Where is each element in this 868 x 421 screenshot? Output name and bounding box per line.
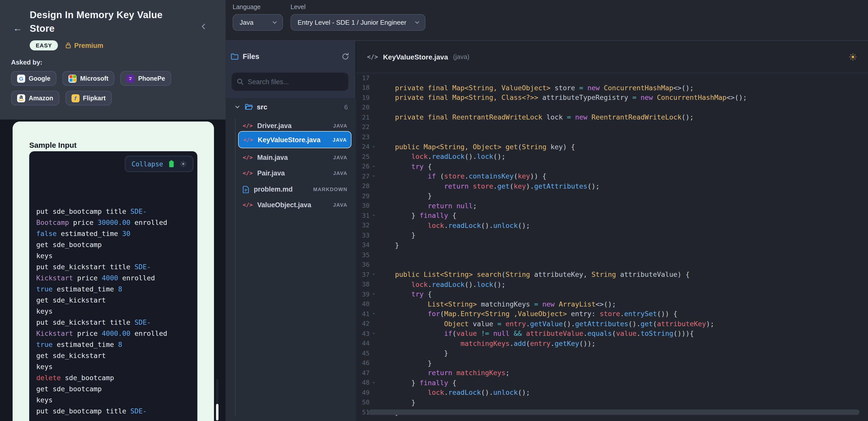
company-chips: GGoogleMicrosoftPhonePe aAmazonfFlipkart (11, 71, 171, 105)
folder-file-count: 6 (344, 103, 348, 111)
fold-chevron-icon[interactable]: › (370, 311, 379, 316)
code-text: Object value = entry.getValue().getAttri… (379, 320, 714, 328)
sample-code-line: put sde_kickstart title SDE- (36, 317, 192, 328)
code-text: lock.readLock().unlock(); (379, 221, 530, 229)
company-chip-label: Google (29, 75, 50, 82)
collapse-panel-icon[interactable] (200, 23, 207, 30)
sample-code-line: true estimated_time 8 (36, 283, 192, 294)
line-number: 51 (356, 409, 370, 416)
code-text: } finally { (379, 212, 456, 220)
code-text: } (379, 192, 432, 200)
line-number: 29 (356, 192, 370, 200)
language-select[interactable]: Java (232, 14, 283, 31)
file-row-problem-md[interactable]: problem.mdMARKDOWN (238, 181, 351, 197)
horizontal-scrollbar[interactable] (369, 410, 860, 415)
company-chip-flipkart[interactable]: fFlipkart (65, 91, 112, 105)
editor-language-hint: (java) (453, 53, 469, 60)
left-scrollbar-track[interactable] (216, 379, 218, 406)
sample-input-heading: Sample Input (29, 141, 76, 149)
file-row-driver-java[interactable]: </>Driver.javaJAVA (238, 118, 351, 133)
code-line-46: 46 } (356, 358, 868, 368)
fold-chevron-icon[interactable]: › (370, 380, 379, 385)
left-scrollbar-thumb[interactable] (216, 404, 218, 421)
folder-name: src (257, 103, 267, 111)
code-text: } (379, 231, 415, 239)
fold-chevron-icon[interactable]: › (370, 331, 379, 336)
code-line-21: 21 private final ReentrantReadWriteLock … (356, 112, 868, 122)
fold-chevron-icon[interactable]: › (370, 213, 379, 218)
code-line-43: 43› if(value != null && attributeValue.e… (356, 329, 868, 338)
code-text: return matchingKeys; (379, 369, 509, 377)
level-select[interactable]: Entry Level - SDE 1 / Junior Engineer (290, 14, 426, 31)
amazon-logo-icon: a (17, 94, 25, 102)
asked-by-label: Asked by: (11, 58, 42, 66)
sun-icon-dim[interactable] (180, 160, 187, 167)
file-row-pair-java[interactable]: </>Pair.javaJAVA (238, 165, 351, 180)
fold-chevron-icon[interactable]: › (370, 144, 379, 149)
code-line-41: 41› for(Map.Entry<String ,ValueObject> e… (356, 309, 868, 319)
code-line-50: 50 } (356, 397, 868, 407)
code-text: public Map<String, Object> get(String ke… (379, 143, 575, 151)
line-number: 24 (356, 143, 370, 150)
code-line-40: 40 List<String> matchingKeys = new Array… (356, 299, 868, 309)
fold-chevron-icon[interactable]: › (370, 164, 379, 169)
flipkart-logo-icon: f (71, 94, 79, 102)
folder-row-src[interactable]: src 6 (225, 98, 356, 116)
fold-chevron-icon[interactable]: › (370, 174, 379, 179)
refresh-icon[interactable] (341, 52, 349, 60)
file-type-badge: JAVA (333, 123, 347, 128)
line-number: 43 (356, 330, 370, 337)
code-line-37: 37› public List<String> search(String at… (356, 270, 868, 279)
sample-code-line: put sde_kickstart title SDE- (36, 261, 192, 272)
company-chip-microsoft[interactable]: Microsoft (62, 71, 115, 86)
file-name: Main.java (257, 153, 288, 161)
fold-chevron-icon[interactable]: › (370, 292, 379, 297)
code-line-34: 34 } (356, 240, 868, 250)
file-row-valueobject-java[interactable]: </>ValueObject.javaJAVA (238, 197, 351, 212)
line-number: 33 (356, 231, 370, 239)
code-line-44: 44 matchingKeys.add(entry.getKey()); (356, 338, 868, 348)
company-chip-phonepe[interactable]: PhonePe (121, 71, 171, 86)
file-row-keyvaluestore-java[interactable]: </>KeyValueStore.javaJAVA (238, 131, 351, 148)
collapse-button[interactable]: Collapse (132, 160, 163, 168)
company-chip-google[interactable]: GGoogle (11, 71, 56, 86)
code-line-33: 33 } (356, 230, 868, 240)
line-number: 27 (356, 172, 370, 180)
indent-guide (235, 118, 236, 416)
code-line-22: 22 (356, 122, 868, 132)
premium-badge: Premium (65, 41, 103, 49)
code-text: return null; (379, 202, 477, 210)
file-tree: </>Driver.javaJAVA</>KeyValueStore.javaJ… (225, 116, 356, 421)
code-text: } (379, 241, 399, 249)
line-number: 30 (356, 202, 370, 209)
sample-code-line: get sde_bootcamp (36, 383, 192, 394)
code-file-icon: </> (243, 122, 253, 129)
code-area[interactable]: 16 */1718 private final Map<String, Valu… (356, 41, 868, 421)
company-chip-label: Amazon (29, 94, 53, 102)
code-line-39: 39› try { (356, 289, 868, 299)
search-input[interactable] (248, 78, 333, 85)
chevron-down-icon (235, 104, 240, 110)
code-text: public List<String> search(String attrib… (379, 271, 690, 279)
line-number: 48 (356, 379, 370, 387)
code-text: if(value != null && attributeValue.equal… (379, 330, 694, 338)
code-line-48: 48› } finally { (356, 377, 868, 388)
back-arrow-icon[interactable]: ← (13, 23, 22, 34)
file-name: Pair.java (257, 169, 285, 177)
line-number: 44 (356, 340, 370, 347)
collapse-toolbar[interactable]: Collapse (125, 156, 193, 172)
code-text: private final Map<String, ValueObject> s… (379, 84, 694, 92)
microsoft-logo-icon (68, 74, 76, 82)
file-search[interactable] (231, 73, 348, 91)
files-panel-title: Files (243, 52, 259, 60)
clipboard-icon[interactable] (168, 160, 175, 168)
file-row-main-java[interactable]: </>Main.javaJAVA (238, 150, 351, 165)
code-line-26: 26› try { (356, 161, 868, 171)
theme-toggle-sun-icon[interactable] (849, 53, 857, 61)
company-chip-amazon[interactable]: aAmazon (11, 91, 59, 105)
search-icon (237, 78, 244, 85)
code-line-27: 27› if (store.containsKey(key)) { (356, 171, 868, 181)
fold-chevron-icon[interactable]: › (370, 272, 379, 277)
sample-code-line: put sde_bootcamp title SDE- (36, 405, 192, 417)
company-chip-label: Microsoft (80, 75, 108, 82)
